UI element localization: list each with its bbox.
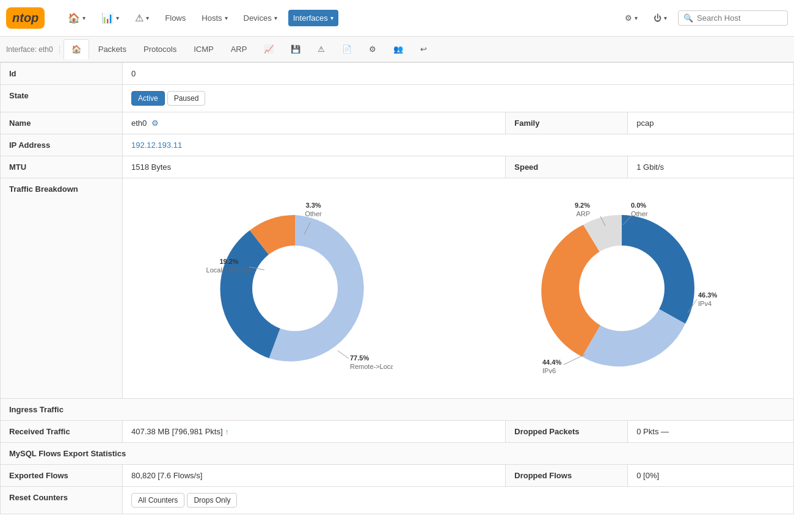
name-label: Name xyxy=(1,112,123,134)
back-tab-icon: ↩ xyxy=(420,45,427,54)
chart2-line4 xyxy=(564,354,585,365)
interfaces-nav[interactable]: Interfaces ▾ xyxy=(288,10,338,26)
traffic-breakdown-row: Traffic Breakdown xyxy=(1,178,794,399)
mtu-value: 1518 Bytes xyxy=(123,156,506,178)
navbar: ntop 🏠 ▾ 📊 ▾ ⚠ ▾ Flows Hosts ▾ Devices ▾… xyxy=(0,0,794,37)
chart1-other-pct: 3.3% xyxy=(305,202,321,209)
mtu-label: MTU xyxy=(1,156,123,178)
main-content: Id 0 State Active Paused Name eth0 ⚙ Fam… xyxy=(0,62,794,514)
chart1-svg: 3.3% Other 19.2% Local->Remote 77.5% Rem… xyxy=(197,191,393,386)
chart2-ipv6-label: IPv6 xyxy=(542,367,556,374)
traffic-breakdown-charts: 3.3% Other 19.2% Local->Remote 77.5% Rem… xyxy=(123,178,794,399)
up-arrow-icon: ↑ xyxy=(225,427,229,436)
chart-tab-icon: 📈 xyxy=(264,45,274,54)
tab-back[interactable]: ↩ xyxy=(412,39,435,59)
chart2-ipv6-pct: 44.4% xyxy=(542,359,561,366)
info-table: Id 0 State Active Paused Name eth0 ⚙ Fam… xyxy=(0,62,794,514)
name-gear-icon[interactable]: ⚙ xyxy=(151,118,159,128)
ip-label: IP Address xyxy=(1,134,123,156)
tab-arp[interactable]: ARP xyxy=(223,39,255,59)
devices-nav[interactable]: Devices ▾ xyxy=(239,10,282,26)
received-label: Received Traffic xyxy=(1,421,123,443)
chart1-remote-label: Remote->Local xyxy=(350,363,393,370)
home-nav[interactable]: 🏠 ▾ xyxy=(63,9,90,27)
alerts-nav[interactable]: ⚠ ▾ xyxy=(130,9,154,27)
dashboard-icon: 📊 xyxy=(101,12,114,24)
users-tab-icon: 👥 xyxy=(393,45,403,54)
reset-label: Reset Counters xyxy=(1,487,123,514)
search-input[interactable] xyxy=(697,13,782,23)
tab-disk[interactable]: 💾 xyxy=(283,39,308,59)
flows-label: Flows xyxy=(165,13,186,23)
tab-protocols[interactable]: Protocols xyxy=(136,39,184,59)
dropped-value: 0 Pkts — xyxy=(628,421,794,443)
arp-tab-label: ARP xyxy=(231,45,247,54)
tab-home[interactable]: 🏠 xyxy=(64,39,89,59)
hosts-nav[interactable]: Hosts ▾ xyxy=(197,10,232,26)
chart1-local-pct: 19.2% xyxy=(219,258,238,265)
received-value: 407.38 MB [796,981 Pkts] ↑ xyxy=(123,421,506,443)
family-label: Family xyxy=(506,112,628,134)
speed-value: 1 Gbit/s xyxy=(628,156,794,178)
dropped-label: Dropped Packets xyxy=(506,421,628,443)
traffic-breakdown-label: Traffic Breakdown xyxy=(1,178,123,399)
ingress-header-row: Ingress Traffic xyxy=(1,399,794,421)
state-button-group: Active Paused xyxy=(131,91,785,106)
power-icon: ⏻ xyxy=(654,13,661,23)
chart2-ipv4-label: IPv4 xyxy=(698,300,712,307)
exported-label: Exported Flows xyxy=(1,465,123,487)
mtu-row: MTU 1518 Bytes Speed 1 Gbit/s xyxy=(1,156,794,178)
settings-nav[interactable]: ⚙ ▾ xyxy=(620,10,643,26)
flows-nav[interactable]: Flows xyxy=(160,10,191,26)
dropped-flows-label: Dropped Flows xyxy=(506,465,628,487)
devices-label: Devices xyxy=(244,13,272,23)
state-value: Active Paused xyxy=(123,85,794,112)
tab-packets[interactable]: Packets xyxy=(90,39,134,59)
active-button[interactable]: Active xyxy=(131,91,165,106)
power-nav[interactable]: ⏻ ▾ xyxy=(649,10,672,26)
chart2-other-label: Other xyxy=(631,210,648,217)
chart1-line3 xyxy=(338,351,349,359)
tabs-bar: Interface: eth0 🏠 Packets Protocols ICMP… xyxy=(0,37,794,62)
packets-tab-label: Packets xyxy=(98,45,126,54)
home-icon: 🏠 xyxy=(68,12,80,24)
tab-users[interactable]: 👥 xyxy=(385,39,411,59)
doc-tab-icon: 📄 xyxy=(342,45,352,54)
ip-row: IP Address 192.12.193.11 xyxy=(1,134,794,156)
all-counters-button[interactable]: All Counters xyxy=(131,493,184,508)
chart1-remote-pct: 77.5% xyxy=(350,354,369,362)
chart1-cell: 3.3% Other 19.2% Local->Remote 77.5% Rem… xyxy=(131,184,458,392)
interface-label: Interface: eth0 xyxy=(6,45,60,54)
tab-chart[interactable]: 📈 xyxy=(256,39,282,59)
ip-link[interactable]: 192.12.193.11 xyxy=(131,140,182,150)
chart1-local-label: Local->Remote xyxy=(206,266,252,274)
chart2-cell: 9.2% ARP 0.0% Other 46.3% IPv4 44.4% IPv… xyxy=(458,184,785,392)
received-row: Received Traffic 407.38 MB [796,981 Pkts… xyxy=(1,421,794,443)
reset-row: Reset Counters All Counters Drops Only xyxy=(1,487,794,514)
logo[interactable]: ntop xyxy=(6,7,45,29)
name-value: eth0 ⚙ xyxy=(123,112,506,134)
ip-value: 192.12.193.11 xyxy=(123,134,794,156)
name-row: Name eth0 ⚙ Family pcap xyxy=(1,112,794,134)
dropped-flows-value: 0 [0%] xyxy=(628,465,794,487)
chart2-other-pct: 0.0% xyxy=(631,202,646,209)
reset-button-group: All Counters Drops Only xyxy=(131,493,785,508)
logo-text: ntop xyxy=(12,11,38,24)
exported-value: 80,820 [7.6 Flows/s] xyxy=(123,465,506,487)
id-label: Id xyxy=(1,63,123,85)
state-row: State Active Paused xyxy=(1,85,794,112)
drops-only-button[interactable]: Drops Only xyxy=(187,493,237,508)
chart2-svg: 9.2% ARP 0.0% Other 46.3% IPv4 44.4% IPv… xyxy=(524,191,719,386)
dashboard-nav[interactable]: 📊 ▾ xyxy=(97,9,124,27)
id-row: Id 0 xyxy=(1,63,794,85)
tab-icmp[interactable]: ICMP xyxy=(186,39,222,59)
tab-gear[interactable]: ⚙ xyxy=(361,39,384,59)
paused-button[interactable]: Paused xyxy=(167,91,206,106)
disk-tab-icon: 💾 xyxy=(291,45,300,54)
hosts-label: Hosts xyxy=(202,13,222,23)
tab-alert[interactable]: ⚠ xyxy=(310,39,333,59)
tab-doc[interactable]: 📄 xyxy=(334,39,360,59)
reset-value: All Counters Drops Only xyxy=(123,487,794,514)
search-box: 🔍 xyxy=(678,10,788,26)
alert-tab-icon: ⚠ xyxy=(318,45,325,54)
